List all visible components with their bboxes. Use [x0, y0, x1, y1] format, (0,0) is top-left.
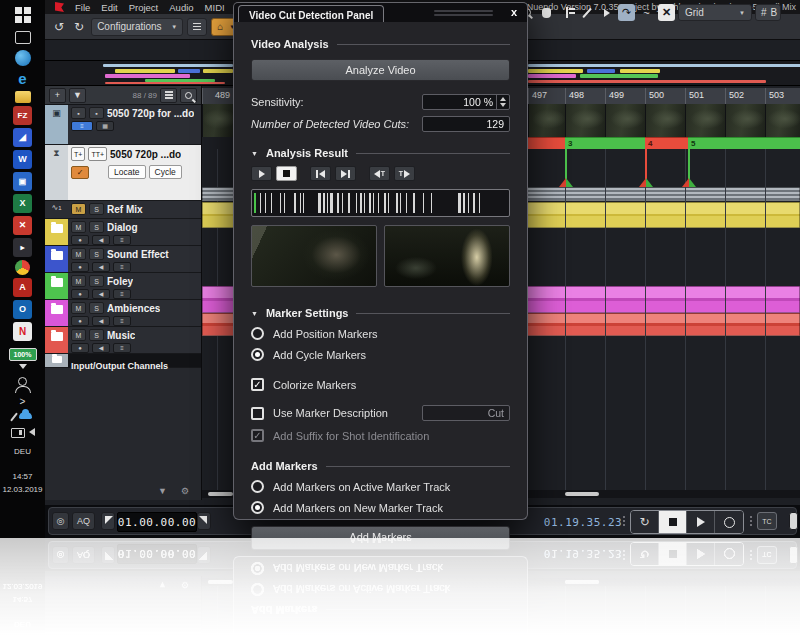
dialog-titlebar[interactable]: Video Cut Detection Panel x [233, 2, 528, 22]
channel-button[interactable]: ≡ [113, 316, 131, 326]
blue-app-icon-2[interactable]: ▣ [13, 172, 32, 191]
track-scale-dropdown-icon[interactable]: ▼ [158, 486, 167, 496]
cut-distribution-strip[interactable] [251, 189, 510, 217]
sensitivity-field[interactable]: 100 % [422, 94, 510, 110]
record-enable-button[interactable]: ● [71, 262, 89, 272]
add-markers-button[interactable]: Add Markers [251, 526, 510, 538]
marker-description-field[interactable]: Cut [422, 405, 510, 421]
track-settings-gear-icon[interactable]: ⚙ [181, 486, 189, 496]
ruler-cell[interactable]: 498 [565, 88, 605, 104]
pen-icon[interactable] [10, 412, 18, 421]
cortana-icon[interactable] [15, 50, 31, 66]
solo-button[interactable]: S [89, 248, 104, 260]
track-row-foley[interactable]: M S Foley ● ◀ ≡ [45, 273, 201, 300]
radio-markers-active-track[interactable]: Add Markers on Active Marker Track [251, 480, 510, 493]
undo-icon[interactable]: ↺ [51, 18, 67, 36]
track-row-ambiences[interactable]: M S Ambiences ● ◀ ≡ [45, 300, 201, 327]
radio-selected-icon[interactable] [251, 501, 264, 514]
prev-marker-button[interactable]: T [369, 166, 390, 181]
ruler-cell[interactable]: 503 [765, 88, 800, 104]
playhead-timecode[interactable]: 01.19.35.23 [545, 512, 621, 532]
channel-button[interactable]: ≡ [113, 262, 131, 272]
close-icon[interactable]: x [511, 6, 517, 18]
record-enable-button[interactable]: ● [71, 289, 89, 299]
play-button[interactable] [687, 511, 715, 533]
tray-expand-icon[interactable]: > [20, 396, 26, 407]
collapse-triangle-icon[interactable]: ▼ [251, 150, 258, 157]
acrobat-icon[interactable]: A [13, 278, 32, 297]
menu-midi[interactable]: MIDI [205, 2, 225, 13]
solo-button[interactable]: S [89, 302, 104, 314]
clock-date[interactable]: 12.03.2019 [2, 485, 42, 494]
configurations-dropdown[interactable]: Configurations ▼ [91, 18, 183, 36]
next-marker-button[interactable]: T [394, 166, 415, 181]
menu-audio[interactable]: Audio [169, 2, 193, 13]
onedrive-icon[interactable] [19, 412, 32, 419]
track-row-marker-selected[interactable]: ⧗ T+ TT+ 5050 720p ...do ✓ Locate Cycle [45, 145, 201, 201]
metronome-button[interactable]: ◎ [52, 512, 69, 530]
track-row-soundeffect[interactable]: M S Sound Effect ● ◀ ≡ [45, 246, 201, 273]
outlook-icon[interactable]: O [13, 300, 32, 319]
mute-button[interactable]: M [71, 248, 86, 260]
hand-tool-icon[interactable] [538, 4, 555, 21]
ruler-cell[interactable]: 500 [645, 88, 685, 104]
show-thumbnails-button[interactable]: ≡ [71, 121, 93, 131]
record-enable-button[interactable]: ● [71, 343, 89, 353]
monitor-button[interactable]: ◀ [92, 262, 110, 272]
left-locator-button[interactable] [101, 512, 115, 530]
record-enable-button[interactable]: ● [71, 235, 89, 245]
record-button[interactable] [715, 511, 743, 533]
preview-stop-button[interactable] [276, 166, 297, 181]
next-cut-button[interactable] [335, 166, 356, 181]
solo-button[interactable]: S [89, 275, 104, 287]
monitor-button[interactable]: ◀ [92, 316, 110, 326]
spinner-icon[interactable] [496, 95, 509, 109]
people-icon[interactable] [18, 377, 27, 386]
track-row-dialog[interactable]: M S Dialog ● ◀ ≡ [45, 219, 201, 246]
section-analysis-result[interactable]: ▼ Analysis Result [251, 147, 510, 159]
channel-button[interactable]: ≡ [113, 343, 131, 353]
menu-edit[interactable]: Edit [101, 2, 117, 13]
add-cycle-marker-button[interactable]: TT+ [88, 147, 107, 161]
checkbox-colorize-markers[interactable]: ✓ Colorize Markers [251, 378, 510, 391]
prev-cut-button[interactable] [310, 166, 331, 181]
add-track-button[interactable]: + [49, 88, 66, 103]
volume-icon[interactable] [29, 428, 35, 436]
track-row-video[interactable]: ▣ ▪ ▪ 5050 720p for ...do ≡ ▦ [45, 105, 201, 145]
locate-button[interactable]: Locate [108, 165, 146, 179]
add-position-marker-button[interactable]: T+ [71, 147, 85, 161]
lock-button[interactable]: ▪ [89, 107, 104, 119]
redo-icon[interactable]: ↻ [71, 18, 87, 36]
checkbox-use-marker-description[interactable]: Use Marker Description Cut [251, 405, 510, 421]
track-row-music[interactable]: M S Music ● ◀ ≡ [45, 327, 201, 354]
cycle-marker-segment[interactable]: 4 [645, 137, 688, 149]
cycle-marker-segment[interactable] [528, 137, 565, 149]
stop-button[interactable] [659, 511, 687, 533]
menu-file[interactable]: File [75, 2, 90, 13]
audio-quantize-button[interactable]: AQ [72, 512, 95, 530]
line-tool-icon[interactable]: ~ [638, 4, 655, 21]
radio-selected-icon[interactable] [251, 348, 264, 361]
right-locator-button[interactable] [197, 512, 211, 530]
mute-button[interactable]: ▪ [71, 107, 86, 119]
edge-icon[interactable]: e [13, 69, 32, 88]
radio-add-cycle-markers[interactable]: Add Cycle Markers [251, 348, 510, 361]
battery-indicator[interactable]: 100% [9, 348, 37, 361]
ruler-cell[interactable]: 501 [685, 88, 725, 104]
marker-triangle-icon[interactable] [682, 178, 696, 187]
display-icon[interactable] [11, 428, 25, 438]
channel-button[interactable]: ≡ [113, 289, 131, 299]
marker-triangle-icon[interactable] [559, 178, 573, 187]
red-x-app-icon[interactable]: ✕ [13, 216, 32, 235]
radio-add-position-markers[interactable]: Add Position Markers [251, 327, 510, 340]
ruler-cell[interactable]: 497 [528, 88, 565, 104]
track-presets-button[interactable]: ▼ [69, 88, 86, 103]
checkbox-unchecked-icon[interactable] [251, 407, 264, 420]
mute-button[interactable]: M [71, 302, 86, 314]
comp-tool-icon[interactable] [558, 4, 575, 21]
scrollbar-thumb[interactable] [565, 492, 599, 496]
mute-button[interactable]: M [71, 275, 86, 287]
record-enable-button[interactable]: ● [71, 316, 89, 326]
analyze-video-button[interactable]: Analyze Video [251, 59, 510, 81]
clipped-button[interactable] [789, 512, 798, 530]
